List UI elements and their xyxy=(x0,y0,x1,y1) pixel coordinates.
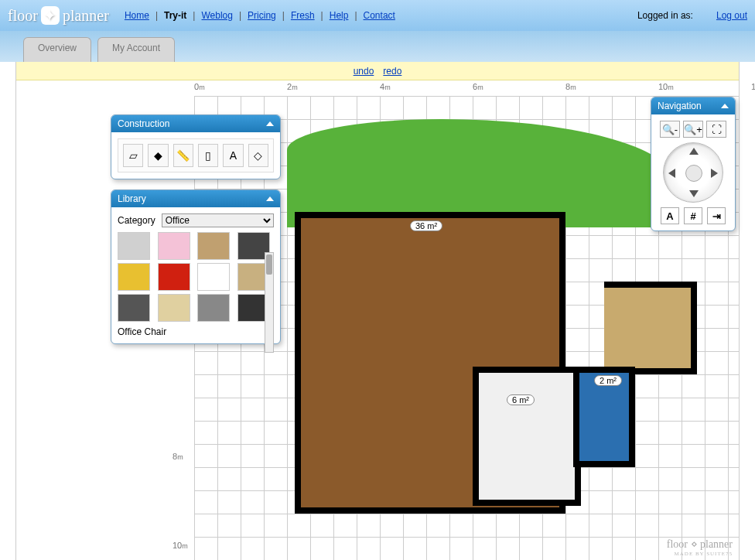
logo-text-1: floor xyxy=(8,7,38,25)
room-hall[interactable] xyxy=(473,367,581,506)
ruler-h-tick: 10m xyxy=(658,82,674,91)
door-window-button[interactable]: ▯ xyxy=(198,144,218,167)
lawn-surface[interactable] xyxy=(287,119,674,227)
nav-link-contact[interactable]: Contact xyxy=(364,10,395,21)
nav-bottom-row: A#⇥ xyxy=(661,207,726,224)
footer-brand-text: floor ⋄ planner xyxy=(667,538,733,551)
redo-link[interactable]: redo xyxy=(383,66,401,77)
library-item-chair-red[interactable] xyxy=(158,263,190,291)
nav-separator: | xyxy=(155,10,158,21)
logo-text-2: planner xyxy=(63,7,109,25)
house-outline xyxy=(295,212,635,537)
library-item-desk-mat[interactable] xyxy=(197,232,230,260)
nav-mode-button-2[interactable]: ⇥ xyxy=(707,207,726,224)
construction-panel: Construction ▱◆📏▯A◇ xyxy=(111,114,281,179)
tabs-bar: OverviewMy Account xyxy=(0,31,755,62)
library-item-lamp-stand[interactable] xyxy=(197,294,230,322)
nav-link-home[interactable]: Home xyxy=(125,10,149,21)
construction-title-text: Construction xyxy=(118,118,169,129)
category-select[interactable]: Office xyxy=(162,213,274,227)
ruler-h-tick: 0m xyxy=(194,82,205,91)
library-item-desk-pad[interactable] xyxy=(158,232,190,260)
pan-dpad xyxy=(663,142,723,203)
library-panel: Library Category Office Office Chair xyxy=(111,190,281,344)
navigation-panel: Navigation 🔍- 🔍+ ⛶ A#⇥ xyxy=(651,97,736,231)
draw-surface-button[interactable]: ◆ xyxy=(148,144,168,167)
app-logo: floor ✦ planner xyxy=(8,6,109,25)
undo-link[interactable]: undo xyxy=(354,66,374,77)
ruler-horizontal: 0m2m4m6m8m10m12m xyxy=(194,80,739,96)
pan-left-button[interactable] xyxy=(668,169,675,178)
pan-right-button[interactable] xyxy=(711,169,718,178)
library-selected-label: Office Chair xyxy=(118,326,274,337)
logout-link[interactable]: Log out xyxy=(716,10,747,21)
ruler-h-tick: 8m xyxy=(565,82,576,91)
zoom-fit-button[interactable]: ⛶ xyxy=(706,121,726,138)
navigation-title-text: Navigation xyxy=(658,101,702,111)
library-item-desk-small[interactable] xyxy=(118,294,150,322)
library-item-empty[interactable] xyxy=(197,263,230,291)
nav-link-weblog[interactable]: Weblog xyxy=(201,10,232,21)
collapse-icon[interactable] xyxy=(266,196,274,201)
floorplan-drawing[interactable] xyxy=(295,119,658,529)
category-label: Category xyxy=(118,215,155,226)
nav-link-try-it[interactable]: Try-it xyxy=(164,10,186,21)
ruler-h-tick: 12m xyxy=(751,82,755,91)
library-grid xyxy=(118,232,274,322)
draw-room-button[interactable]: ▱ xyxy=(123,144,143,167)
area-label: 6 m² xyxy=(507,394,535,405)
pan-up-button[interactable] xyxy=(689,148,699,155)
navigation-panel-title[interactable]: Navigation xyxy=(651,97,735,114)
zoom-out-button[interactable]: 🔍- xyxy=(660,121,680,138)
splitter-button[interactable]: ◇ xyxy=(248,144,268,167)
pan-center-button[interactable] xyxy=(685,165,702,182)
ruler-h-tick: 4m xyxy=(380,82,391,91)
ruler-v-tick: 10m xyxy=(173,541,188,550)
nav-separator: | xyxy=(354,10,357,21)
tab-overview[interactable]: Overview xyxy=(23,37,91,62)
dimension-button[interactable]: 📏 xyxy=(173,144,193,167)
footer-brand-sub: MADE BY SUITE75 xyxy=(667,551,733,557)
text-tool-button[interactable]: A xyxy=(223,144,243,167)
ruler-v-tick: 8m xyxy=(173,452,183,461)
pan-down-button[interactable] xyxy=(689,190,699,197)
category-row: Category Office xyxy=(118,213,274,227)
collapse-icon[interactable] xyxy=(266,121,274,126)
nav-separator: | xyxy=(239,10,241,21)
library-item-chair-round[interactable] xyxy=(118,263,150,291)
logo-icon: ✦ xyxy=(41,6,60,25)
ruler-h-tick: 6m xyxy=(473,82,483,91)
nav-separator: | xyxy=(193,10,195,21)
top-nav: Home|Try-it|Weblog|Pricing|Fresh|Help|Co… xyxy=(125,10,395,21)
construction-tools: ▱◆📏▯A◇ xyxy=(118,138,274,172)
construction-panel-title[interactable]: Construction xyxy=(111,115,280,132)
nav-mode-button-0[interactable]: A xyxy=(661,207,679,224)
scrollbar-thumb[interactable] xyxy=(266,254,272,275)
nav-separator: | xyxy=(282,10,285,21)
library-scrollbar[interactable] xyxy=(265,252,274,353)
area-label: 2 m² xyxy=(594,375,622,386)
nav-mode-button-1[interactable]: # xyxy=(684,207,702,224)
collapse-icon[interactable] xyxy=(721,104,729,108)
library-item-desk[interactable] xyxy=(118,232,150,260)
tab-my-account[interactable]: My Account xyxy=(97,37,175,62)
zoom-in-button[interactable]: 🔍+ xyxy=(683,121,703,138)
zoom-row: 🔍- 🔍+ ⛶ xyxy=(660,121,726,138)
nav-separator: | xyxy=(321,10,323,21)
canvas-banner: undo redo xyxy=(16,62,739,80)
footer-brand: floor ⋄ planner MADE BY SUITE75 xyxy=(667,538,733,557)
nav-link-help[interactable]: Help xyxy=(330,10,349,21)
library-title-text: Library xyxy=(118,193,146,204)
room-kitchen[interactable] xyxy=(604,282,697,374)
login-status: Logged in as: xyxy=(637,10,693,21)
library-panel-title[interactable]: Library xyxy=(111,190,280,207)
area-label: 36 m² xyxy=(410,220,442,231)
nav-link-fresh[interactable]: Fresh xyxy=(291,10,315,21)
nav-link-pricing[interactable]: Pricing xyxy=(248,10,276,21)
library-item-book-open[interactable] xyxy=(158,294,190,322)
ruler-h-tick: 2m xyxy=(287,82,298,91)
header-bar: floor ✦ planner Home|Try-it|Weblog|Prici… xyxy=(0,0,755,31)
